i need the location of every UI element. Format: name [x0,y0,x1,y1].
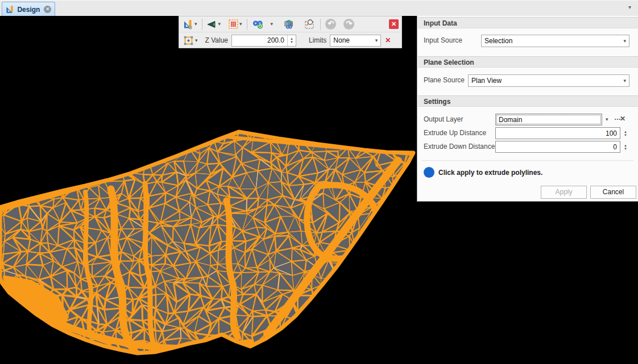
extrude-down-label: Extrude Down Distance [424,141,495,153]
redo-icon: ↷ [343,19,354,30]
dropdown-caret-icon[interactable]: ▾ [623,78,626,83]
output-layer-field[interactable]: Domain [495,114,602,125]
apply-button[interactable]: Apply [541,186,587,199]
input-source-dropdown[interactable]: Selection ▾ [481,35,629,47]
z-value-field[interactable]: 200.0 ▲ ▼ [231,35,296,47]
status-dot-icon [424,167,434,178]
extrude-down-value[interactable]: 0 [499,143,617,151]
zoom-selection-button[interactable] [301,18,317,31]
binoculars-refresh-icon [252,19,264,30]
toolbar-separator [247,19,247,30]
undo-icon: ↶ [325,19,336,30]
toolbar-row-1: ▾ ▾ ▾ [179,16,401,32]
toolbar-separator [320,19,321,30]
design-tool-button[interactable]: ▾ [181,18,199,31]
dropdown-caret-icon[interactable]: ▾ [218,22,221,27]
plane-source-dropdown[interactable]: Plan View ▾ [468,74,629,87]
view-solid-search-button[interactable] [280,18,297,31]
dropdown-caret-icon[interactable]: ▾ [239,22,242,27]
properties-panel: Input Data Input Source Selection ▾ Plan… [417,16,638,202]
limits-clear-icon[interactable]: ✕ [385,36,391,44]
design-tab-icon [6,5,14,14]
toolbar-close-button[interactable]: ✕ [389,19,399,29]
magnifier-selection-icon [303,19,316,30]
output-layer-value[interactable]: Domain [499,116,599,124]
section-header-plane-selection: Plane Selection [418,56,638,68]
design-tool-icon [183,19,193,30]
dropdown-caret-icon[interactable]: ▾ [195,38,198,43]
cancel-button[interactable]: Cancel [590,186,636,199]
limits-value: None [333,36,372,44]
z-value-text[interactable]: 200.0 [232,35,287,46]
grid-snap-icon [229,19,238,29]
status-message: Click apply to extrude polylines. [438,169,542,177]
extrude-up-label: Extrude Up Distance [424,127,486,139]
spin-down-icon[interactable]: ▼ [290,40,293,44]
spin-down-icon[interactable]: ▼ [624,147,627,150]
redo-button[interactable]: ↷ [342,18,356,31]
limits-label: Limits [309,36,326,44]
dropdown-caret-icon[interactable]: ▾ [375,38,378,43]
view-select-button[interactable]: ▾ [205,19,223,30]
panel-divider [422,160,633,161]
dropdown-caret-icon[interactable]: ▾ [194,22,197,27]
dropdown-caret-icon[interactable]: ▾ [271,22,274,27]
extrude-up-value[interactable]: 100 [499,129,617,137]
z-value-label: Z Value [205,36,228,44]
section-header-input-data: Input Data [418,17,638,28]
output-layer-clear-icon[interactable]: ✕ [620,115,625,123]
output-layer-label: Output Layer [424,114,463,125]
floating-toolbar: ▾ ▾ ▾ [179,16,402,48]
undo-button[interactable]: ↶ [324,18,338,31]
input-source-value: Selection [484,37,621,45]
solid-box-binoculars-icon [281,19,295,30]
vertex-grid-icon [183,35,194,46]
find-refresh-button[interactable] [250,18,266,31]
limits-dropdown[interactable]: None ▾ [330,35,381,47]
select-arrow-icon [207,20,217,28]
vertex-mode-button[interactable]: ▾ [181,34,200,47]
output-layer-caret-icon[interactable]: ▾ [606,117,608,122]
tab-design[interactable]: Design ✕ [2,2,55,16]
plane-source-label: Plane Source [424,74,465,86]
extrude-down-field[interactable]: 0 [495,141,620,153]
tab-label: Design [17,6,40,14]
input-source-label: Input Source [424,35,462,47]
tab-bar: Design ✕ ▾ [0,0,638,16]
application-window: Design ✕ ▾ ▾ [0,0,638,364]
dropdown-caret-icon[interactable]: ▾ [623,39,626,44]
section-header-settings: Settings [418,95,638,107]
extrude-up-field[interactable]: 100 [495,127,620,139]
spin-down-icon[interactable]: ▼ [624,133,627,137]
toolbar-separator [202,19,202,30]
extrude-down-spinner[interactable]: ▲ ▼ [622,141,629,153]
extrude-up-spinner[interactable]: ▲ ▼ [622,127,629,139]
plane-source-value: Plan View [471,77,621,85]
tab-close-icon[interactable]: ✕ [44,6,51,13]
grid-snap-button[interactable]: ▾ [227,18,244,30]
toolbar-row-2: ▾ Z Value 200.0 ▲ ▼ Limits None ▾ ✕ [179,32,401,48]
tab-overflow-caret-icon[interactable]: ▾ [628,4,631,10]
z-value-spinner[interactable]: ▲ ▼ [287,35,296,46]
